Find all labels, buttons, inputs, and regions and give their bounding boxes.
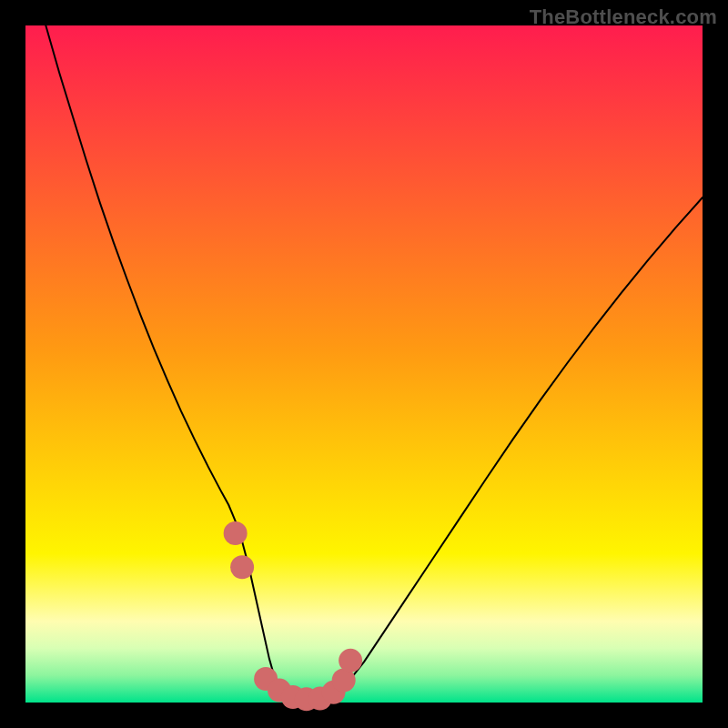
- bottleneck-chart: [0, 0, 728, 728]
- watermark-text: TheBottleneck.com: [530, 5, 717, 29]
- highlight-dot: [224, 521, 248, 545]
- highlight-dot: [230, 555, 254, 579]
- chart-root: TheBottleneck.com: [0, 0, 728, 728]
- highlight-dot: [339, 649, 362, 672]
- plot-background: [25, 25, 703, 703]
